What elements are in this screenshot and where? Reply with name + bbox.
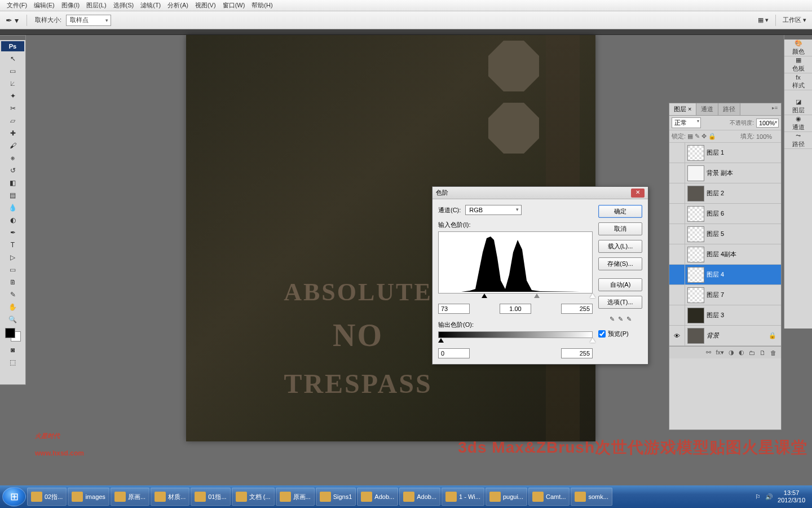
opacity-input[interactable]: 100% [756, 119, 779, 128]
layer-thumbnail[interactable] [687, 308, 704, 323]
preview-checkbox[interactable]: 预览(P) [598, 330, 642, 338]
gray-eyedropper-icon[interactable]: ✎ [618, 316, 623, 323]
menu-edit[interactable]: 编辑(E) [30, 0, 58, 11]
menu-file[interactable]: 文件(F) [3, 0, 30, 11]
layer-name[interactable]: 图层 4副本 [707, 250, 781, 259]
slice-tool[interactable]: ▱ [0, 115, 25, 127]
lock-paint-icon[interactable]: ✎ [695, 133, 700, 140]
link-layers-icon[interactable]: ⚯ [706, 349, 711, 356]
visibility-toggle[interactable] [669, 163, 685, 183]
taskbar-item[interactable]: Camt... [528, 488, 570, 506]
visibility-toggle[interactable] [669, 285, 685, 305]
layer-row[interactable]: 图层 6 [669, 204, 781, 224]
layer-row[interactable]: 图层 7 [669, 285, 781, 305]
color-swatches[interactable] [5, 328, 21, 341]
mask-icon[interactable]: ◑ [729, 349, 734, 356]
visibility-toggle[interactable] [669, 305, 685, 325]
layer-row[interactable]: 背景 副本 [669, 163, 781, 183]
menu-help[interactable]: 帮助(H) [248, 0, 276, 11]
lock-move-icon[interactable]: ✥ [701, 133, 707, 140]
layer-name[interactable]: 图层 4 [707, 270, 781, 279]
layer-thumbnail[interactable] [687, 226, 704, 242]
gamma-slider[interactable] [534, 294, 540, 298]
layer-thumbnail[interactable] [687, 267, 704, 283]
notes-tool[interactable]: 🗎 [0, 276, 25, 288]
path-tool[interactable]: ▷ [0, 251, 25, 264]
lock-all-icon[interactable]: 🔒 [708, 133, 716, 140]
layer-thumbnail[interactable] [687, 287, 704, 303]
white-point-slider[interactable] [590, 294, 595, 298]
move-tool[interactable]: ↖ [0, 52, 25, 65]
input-sliders[interactable] [438, 294, 593, 301]
workspace-switcher[interactable]: 工作区 ▾ [783, 16, 806, 24]
layer-row[interactable]: 图层 3 [669, 305, 781, 326]
close-icon[interactable]: ✕ [631, 189, 645, 198]
marquee-tool[interactable]: ▭ [0, 65, 25, 77]
input-black-field[interactable] [438, 304, 470, 314]
system-tray[interactable]: ⚐ 🔊 13:57 2012/3/10 [751, 489, 810, 504]
adjustment-icon[interactable]: ◐ [739, 349, 744, 356]
menu-view[interactable]: 视图(V) [192, 0, 219, 11]
panel-layers[interactable]: ◪图层 [784, 98, 812, 115]
layer-row[interactable]: 图层 4副本 [669, 244, 781, 265]
taskbar-item[interactable]: Signs1 [316, 488, 356, 506]
white-eyedropper-icon[interactable]: ✎ [626, 316, 632, 323]
layer-row[interactable]: 图层 1 [669, 143, 781, 163]
menu-layer[interactable]: 图层(L) [83, 0, 109, 11]
tray-speaker-icon[interactable]: 🔊 [765, 493, 773, 501]
taskbar-item[interactable]: 01指... [191, 488, 230, 506]
layer-name[interactable]: 图层 7 [707, 291, 781, 299]
taskbar-item[interactable]: 材质... [151, 488, 189, 506]
taskbar-item[interactable]: pugui... [486, 488, 527, 506]
black-eyedropper-icon[interactable]: ✎ [610, 316, 615, 323]
taskbar-clock[interactable]: 13:57 2012/3/10 [778, 489, 805, 504]
history-brush-tool[interactable]: ↺ [0, 164, 25, 177]
layer-name[interactable]: 背景 [707, 331, 764, 340]
taskbar-item[interactable]: 1 - Wi... [442, 488, 484, 506]
sample-size-combo[interactable]: 取样点 [66, 15, 111, 26]
taskbar-item[interactable]: somk... [571, 488, 612, 506]
fill-input[interactable]: 100% [756, 133, 779, 140]
tab-paths[interactable]: 路径 [718, 103, 740, 115]
menu-analysis[interactable]: 分析(A) [164, 0, 192, 11]
gradient-tool[interactable]: ▤ [0, 189, 25, 202]
panel-paths[interactable]: ⤳路径 [784, 132, 812, 149]
visibility-toggle[interactable]: 👁 [669, 326, 685, 345]
type-tool[interactable]: T [0, 239, 25, 251]
start-button[interactable]: ⊞ [2, 487, 26, 506]
auto-button[interactable]: 自动(A) [598, 278, 642, 291]
layer-thumbnail[interactable] [687, 186, 704, 202]
black-point-slider[interactable] [482, 294, 487, 298]
hand-tool[interactable]: ✋ [0, 301, 25, 313]
visibility-toggle[interactable] [669, 143, 685, 163]
layer-name[interactable]: 图层 3 [707, 311, 781, 319]
eraser-tool[interactable]: ◧ [0, 177, 25, 189]
layer-name[interactable]: 图层 5 [707, 230, 781, 238]
tab-layers[interactable]: 图层 × [669, 103, 696, 115]
save-button[interactable]: 存储(S)... [598, 257, 642, 270]
options-button[interactable]: 选项(T)... [598, 296, 642, 309]
menu-filter[interactable]: 滤镜(T) [137, 0, 164, 11]
blend-mode-combo[interactable]: 正常 [672, 117, 701, 128]
visibility-toggle[interactable] [669, 244, 685, 264]
layer-thumbnail[interactable] [687, 145, 704, 161]
taskbar-item[interactable]: 原画... [276, 488, 315, 506]
stamp-tool[interactable]: ⎈ [0, 152, 25, 164]
group-icon[interactable]: 🗀 [749, 349, 755, 356]
panel-flyout-icon[interactable]: ▸≡ [769, 103, 781, 115]
menu-image[interactable]: 图像(I) [58, 0, 83, 11]
cancel-button[interactable]: 取消 [598, 222, 642, 235]
panel-swatches[interactable]: ▦色板 [784, 56, 812, 73]
layer-thumbnail[interactable] [687, 328, 704, 344]
taskbar-item[interactable]: Adob... [357, 488, 398, 506]
eyedropper-tool[interactable]: ✎ [0, 288, 25, 301]
tray-flag-icon[interactable]: ⚐ [755, 493, 761, 501]
taskbar-item[interactable]: 02指... [27, 488, 67, 506]
panel-channels[interactable]: ◉通道 [784, 115, 812, 132]
input-white-field[interactable] [561, 304, 593, 314]
load-button[interactable]: 载入(L)... [598, 240, 642, 253]
layer-name[interactable]: 背景 副本 [707, 169, 781, 177]
wand-tool[interactable]: ✦ [0, 90, 25, 102]
screenmode-toggle[interactable]: ⬚ [0, 356, 25, 369]
panel-styles[interactable]: fx样式 [784, 73, 812, 90]
